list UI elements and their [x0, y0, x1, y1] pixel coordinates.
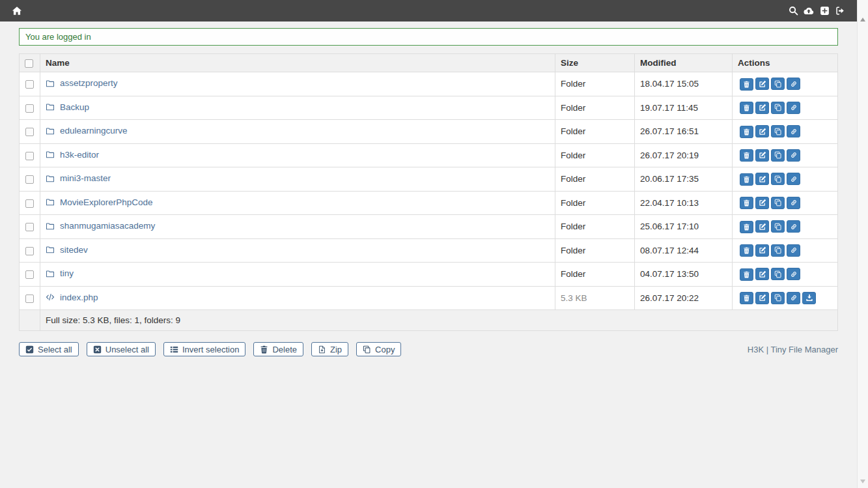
link-icon	[790, 175, 798, 183]
delete-button[interactable]	[740, 173, 753, 186]
home-button[interactable]	[10, 4, 24, 18]
file-link[interactable]: shanmugamiasacademy	[46, 221, 155, 231]
edit-button[interactable]	[755, 268, 769, 280]
delete-button[interactable]	[740, 78, 753, 91]
file-link[interactable]: index.php	[46, 293, 98, 302]
actions-cell	[733, 143, 838, 167]
folder-icon	[46, 79, 55, 88]
file-link[interactable]: sitedev	[46, 245, 88, 255]
row-checkbox[interactable]	[25, 223, 34, 231]
copy-button[interactable]	[771, 220, 785, 233]
scroll-up-button[interactable]	[860, 18, 865, 22]
file-link[interactable]: tiny	[46, 268, 74, 278]
delete-icon	[743, 294, 750, 302]
scroll-down-button[interactable]	[860, 480, 865, 483]
unselect-all-button[interactable]: Unselect all	[87, 342, 156, 356]
new-item-button[interactable]	[817, 4, 832, 18]
copy-button[interactable]	[771, 125, 785, 137]
button-label: Invert selection	[182, 345, 239, 354]
download-button[interactable]	[802, 292, 816, 304]
file-link[interactable]: mini3-master	[46, 173, 111, 183]
file-link[interactable]: MovieExplorerPhpCode	[46, 197, 153, 207]
search-button[interactable]	[786, 4, 800, 18]
file-link[interactable]: Backup	[46, 102, 89, 112]
link-button[interactable]	[787, 125, 800, 137]
link-button[interactable]	[787, 102, 800, 114]
copy-button[interactable]	[771, 244, 785, 257]
row-checkbox-cell	[20, 167, 40, 192]
edit-button[interactable]	[755, 244, 769, 257]
new-item-icon	[820, 6, 830, 16]
link-button[interactable]	[787, 173, 800, 185]
edit-button[interactable]	[755, 292, 769, 304]
footer-brand-link[interactable]: H3K | Tiny File Manager	[748, 345, 838, 354]
name-cell: MovieExplorerPhpCode	[40, 191, 555, 215]
delete-button[interactable]	[740, 102, 753, 114]
delete-button[interactable]	[740, 268, 753, 281]
delete-button[interactable]	[740, 126, 753, 138]
logout-button[interactable]	[833, 4, 847, 18]
link-button[interactable]	[787, 220, 800, 233]
link-button[interactable]	[787, 292, 800, 304]
column-header-name: Name	[40, 54, 555, 72]
file-link[interactable]: assetzproperty	[46, 78, 118, 88]
select-all-checkbox[interactable]	[25, 59, 33, 68]
delete-button[interactable]	[740, 149, 753, 162]
button-label: Delete	[272, 345, 297, 354]
copy-button[interactable]	[771, 78, 785, 90]
delete-button[interactable]	[740, 221, 753, 233]
size-cell: Folder	[555, 120, 635, 144]
link-button[interactable]	[787, 244, 800, 257]
row-checkbox[interactable]	[25, 270, 34, 279]
link-button[interactable]	[787, 149, 800, 162]
row-checkbox[interactable]	[25, 152, 34, 160]
name-cell: tiny	[40, 263, 555, 287]
edit-button[interactable]	[755, 197, 769, 209]
row-checkbox[interactable]	[25, 294, 34, 303]
delete-button[interactable]	[740, 244, 753, 257]
edit-button[interactable]	[755, 102, 769, 114]
row-checkbox[interactable]	[25, 80, 34, 89]
row-checkbox[interactable]	[25, 175, 34, 184]
copy-icon	[774, 294, 782, 302]
row-checkbox-cell	[20, 72, 40, 96]
copy-button[interactable]	[771, 197, 785, 209]
copy-button[interactable]	[771, 268, 785, 280]
row-checkbox[interactable]	[25, 199, 34, 208]
row-checkbox[interactable]	[25, 104, 34, 113]
copy-button[interactable]	[771, 149, 785, 162]
file-link[interactable]: h3k-editor	[46, 150, 99, 160]
copy-button[interactable]	[771, 292, 785, 304]
row-checkbox[interactable]	[25, 128, 34, 136]
delete-button[interactable]	[740, 197, 753, 209]
link-icon	[790, 246, 798, 254]
select-all-button[interactable]: Select all	[19, 342, 79, 356]
button-label: Copy	[375, 345, 395, 354]
edit-button[interactable]	[755, 125, 769, 137]
copy-button[interactable]	[771, 102, 785, 114]
edit-button[interactable]	[755, 149, 769, 162]
edit-icon	[759, 270, 766, 278]
edit-button[interactable]	[755, 220, 769, 233]
link-button[interactable]	[787, 78, 800, 90]
edit-button[interactable]	[755, 78, 769, 90]
delete-button[interactable]	[740, 292, 753, 304]
column-header-modified: Modified	[635, 54, 733, 72]
copy-button[interactable]	[771, 173, 785, 185]
name-cell: mini3-master	[40, 167, 555, 192]
link-button[interactable]	[787, 268, 800, 280]
zip-button[interactable]: Zip	[311, 342, 348, 356]
scrollbar[interactable]	[857, 0, 868, 488]
file-link[interactable]: edulearningcurve	[46, 126, 128, 136]
edit-icon	[759, 294, 766, 302]
copy-selected-button[interactable]: Copy	[356, 342, 401, 356]
delete-selected-button[interactable]: Delete	[253, 342, 303, 356]
cloud-upload-button[interactable]	[802, 4, 816, 18]
copy-pages-icon	[363, 345, 371, 354]
link-button[interactable]	[787, 197, 800, 209]
invert-selection-button[interactable]: Invert selection	[163, 342, 245, 356]
row-checkbox[interactable]	[25, 247, 34, 255]
delete-icon	[743, 176, 750, 183]
actions-cell	[733, 72, 838, 96]
edit-button[interactable]	[755, 173, 769, 185]
